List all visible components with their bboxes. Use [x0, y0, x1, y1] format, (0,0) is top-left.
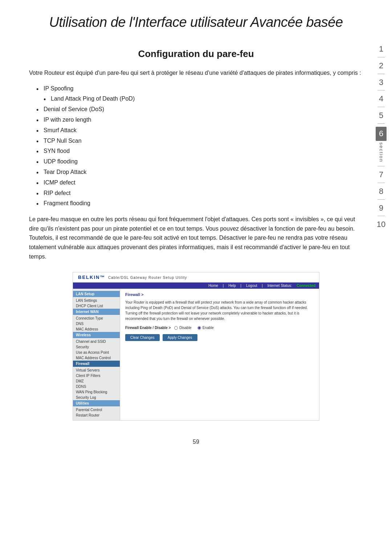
- nav-help: Help: [228, 284, 236, 288]
- logo-subtitle: Cable/DSL Gateway Router Setup Utility: [108, 276, 187, 280]
- sidebar-link-security-log[interactable]: Security Log: [73, 395, 120, 400]
- list-item: UDP flooding: [36, 157, 363, 167]
- sidebar-number-8: 8: [376, 186, 387, 197]
- router-nav-bar: Home | Help | Logout | Internet Status: …: [73, 283, 319, 289]
- list-item: IP with zero length: [36, 115, 363, 125]
- sidebar-number-3: 3: [376, 77, 387, 88]
- router-left-sidebar: LAN Setup LAN Settings DHCP Client List …: [73, 289, 120, 420]
- nav-logout: Logout: [246, 284, 257, 288]
- radio-enable-label: Enable: [203, 326, 214, 330]
- sidebar-link-dns[interactable]: DNS: [73, 321, 120, 326]
- router-breadcrumb: Firewall >: [125, 292, 314, 297]
- sidebar-link-virtual-servers[interactable]: Virtual Servers: [73, 368, 120, 373]
- radio-disable[interactable]: Disable: [174, 326, 191, 330]
- sidebar-section-firewall: Firewall: [73, 361, 120, 367]
- sidebar-link-connection-type[interactable]: Connection Type: [73, 316, 120, 321]
- firewall-setting-row: Firewall Enable / Disable > Disable Enab…: [125, 326, 314, 330]
- sidebar-item-7: 7: [376, 169, 387, 185]
- sidebar-item-9: 9: [376, 203, 387, 219]
- sidebar-item-2: 2: [376, 60, 387, 76]
- sidebar-link-dmz[interactable]: DMZ: [73, 378, 120, 384]
- sidebar-item-5: 5: [376, 110, 387, 126]
- list-item: ICMP defect: [36, 178, 363, 188]
- apply-changes-button[interactable]: Apply Changes: [163, 334, 197, 341]
- list-item: Land Attack Ping of Death (PoD): [36, 94, 363, 104]
- sidebar-section-label: section: [379, 142, 384, 162]
- sidebar-link-ddns[interactable]: DDNS: [73, 384, 120, 389]
- section-sidebar: 1 2 3 4 5 6 section 7 8 9 10: [370, 44, 392, 231]
- list-item: SYN flood: [36, 146, 363, 157]
- sidebar-divider-8: [377, 199, 385, 200]
- list-item: RIP defect: [36, 188, 363, 199]
- nav-separator: |: [223, 284, 224, 288]
- sidebar-number-6-active: 6: [376, 127, 387, 141]
- firewall-setting-label: Firewall Enable / Disable >: [125, 326, 171, 330]
- internet-status-value: Connected: [297, 284, 315, 288]
- radio-enable[interactable]: Enable: [197, 326, 214, 330]
- router-interface-screenshot: BELKIN™ Cable/DSL Gateway Router Setup U…: [73, 272, 319, 421]
- belkin-logo: BELKIN™ Cable/DSL Gateway Router Setup U…: [77, 275, 187, 280]
- body-text: Le pare-feu masque en outre les ports ré…: [29, 215, 363, 261]
- router-body: LAN Setup LAN Settings DHCP Client List …: [73, 289, 319, 420]
- sidebar-link-mac-address[interactable]: MAC Address: [73, 326, 120, 332]
- sidebar-number-7: 7: [376, 169, 387, 180]
- list-item: Fragment flooding: [36, 198, 363, 209]
- sidebar-link-client-ip[interactable]: Client IP Filters: [73, 373, 120, 378]
- sidebar-link-parental[interactable]: Parental Control: [73, 407, 120, 413]
- nav-internet-status-label: Internet Status:: [268, 284, 293, 288]
- sidebar-divider-4: [377, 107, 385, 107]
- router-button-row: Clear Changes Apply Changes: [125, 334, 314, 341]
- sidebar-divider-3: [377, 90, 385, 90]
- router-description: Your Router is equipped with a firewall …: [125, 300, 314, 321]
- sidebar-divider-9: [377, 216, 385, 216]
- radio-enable-circle: [197, 326, 201, 330]
- nav-separator: |: [262, 284, 263, 288]
- list-item: Denial of Service (DoS): [36, 104, 363, 115]
- sidebar-link-access-point[interactable]: Use as Access Point: [73, 350, 120, 355]
- sidebar-number-9: 9: [376, 203, 387, 214]
- radio-disable-label: Disable: [179, 326, 191, 330]
- sidebar-link-restart[interactable]: Restart Router: [73, 413, 120, 418]
- sidebar-number-1: 1: [376, 44, 387, 55]
- sidebar-divider-2: [377, 74, 385, 74]
- sidebar-divider-5: [377, 123, 385, 124]
- list-item: IP Spoofing: [36, 84, 363, 94]
- sidebar-item-3: 3: [376, 77, 387, 93]
- sidebar-link-dhcp[interactable]: DHCP Client List: [73, 303, 120, 309]
- intro-text: Votre Routeur est équipé d'un pare-feu q…: [29, 68, 363, 78]
- list-item: TCP Null Scan: [36, 136, 363, 146]
- sidebar-divider-6: [377, 166, 385, 166]
- section-heading: Configuration du pare-feu: [29, 48, 363, 60]
- sidebar-item-8: 8: [376, 186, 387, 202]
- sidebar-divider-7: [377, 183, 385, 183]
- attack-list: IP Spoofing Land Attack Ping of Death (P…: [36, 84, 363, 209]
- router-main-panel: Firewall > Your Router is equipped with …: [120, 289, 319, 420]
- sidebar-divider-1: [377, 57, 385, 57]
- nav-separator: |: [241, 284, 242, 288]
- sidebar-number-10: 10: [376, 219, 387, 230]
- sidebar-number-2: 2: [376, 60, 387, 72]
- nav-home: Home: [208, 284, 218, 288]
- sidebar-item-4: 4: [376, 93, 387, 109]
- router-header: BELKIN™ Cable/DSL Gateway Router Setup U…: [73, 272, 319, 283]
- sidebar-section-wireless: Wireless: [73, 332, 120, 338]
- sidebar-section-utilities: Utilities: [73, 400, 120, 406]
- sidebar-link-security[interactable]: Security: [73, 344, 120, 350]
- list-item: Tear Drop Attack: [36, 167, 363, 178]
- sidebar-number-4: 4: [376, 93, 387, 105]
- firewall-radio-group[interactable]: Disable Enable: [174, 326, 214, 330]
- sidebar-item-1: 1: [376, 44, 387, 60]
- sidebar-section-internet-wan: Internet WAN: [73, 309, 120, 315]
- list-item: Smurf Attack: [36, 125, 363, 136]
- sidebar-section-lan: LAN Setup: [73, 291, 120, 297]
- clear-changes-button[interactable]: Clear Changes: [125, 334, 160, 341]
- radio-disable-circle: [174, 326, 178, 330]
- sidebar-number-5: 5: [376, 110, 387, 121]
- page-number: 59: [0, 431, 392, 456]
- sidebar-link-mac-address-control[interactable]: MAC Address Control: [73, 355, 120, 361]
- sidebar-link-channel-ssid[interactable]: Channel and SSID: [73, 339, 120, 344]
- sidebar-item-10: 10: [376, 219, 387, 230]
- sidebar-link-lan-settings[interactable]: LAN Settings: [73, 298, 120, 303]
- sidebar-item-6: 6 section: [376, 127, 387, 169]
- sidebar-link-wan-ping[interactable]: WAN Ping Blocking: [73, 389, 120, 395]
